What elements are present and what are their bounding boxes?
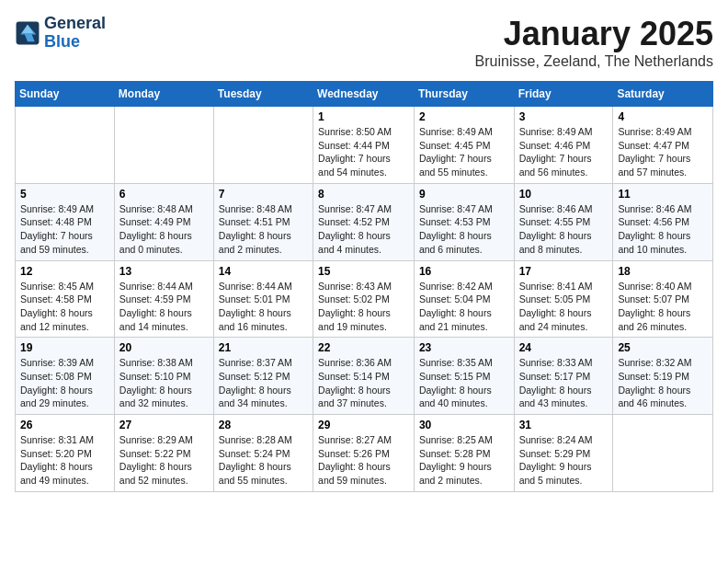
day-info: Sunrise: 8:47 AMSunset: 4:52 PMDaylight:… [318,202,409,257]
day-info: Sunrise: 8:24 AMSunset: 5:29 PMDaylight:… [519,433,609,488]
title-area: January 2025 Bruinisse, Zeeland, The Net… [475,15,713,70]
day-number: 20 [119,341,209,354]
calendar-cell: 11Sunrise: 8:46 AMSunset: 4:56 PMDayligh… [613,183,713,260]
day-info: Sunrise: 8:39 AMSunset: 5:08 PMDaylight:… [20,356,109,410]
day-number: 14 [219,265,308,278]
day-info: Sunrise: 8:42 AMSunset: 5:04 PMDaylight:… [419,280,509,334]
day-number: 8 [318,188,409,201]
calendar-week-1: 1Sunrise: 8:50 AMSunset: 4:44 PMDaylight… [16,107,713,184]
day-info: Sunrise: 8:32 AMSunset: 5:19 PMDaylight:… [618,356,708,410]
day-info: Sunrise: 8:36 AMSunset: 5:14 PMDaylight:… [318,356,409,410]
calendar-cell: 17Sunrise: 8:41 AMSunset: 5:05 PMDayligh… [514,260,613,338]
day-number: 31 [519,419,609,431]
calendar-cell: 18Sunrise: 8:40 AMSunset: 5:07 PMDayligh… [613,260,713,338]
calendar-cell: 8Sunrise: 8:47 AMSunset: 4:52 PMDaylight… [313,183,415,260]
day-number: 11 [618,188,708,201]
logo: General Blue [15,15,106,52]
calendar-cell: 16Sunrise: 8:42 AMSunset: 5:04 PMDayligh… [414,260,514,338]
day-number: 7 [219,188,308,201]
day-number: 21 [219,341,308,354]
calendar-cell: 28Sunrise: 8:28 AMSunset: 5:24 PMDayligh… [213,415,313,492]
day-number: 12 [20,265,109,278]
day-number: 18 [618,265,708,278]
day-info: Sunrise: 8:35 AMSunset: 5:15 PMDaylight:… [419,356,509,410]
calendar-cell: 20Sunrise: 8:38 AMSunset: 5:10 PMDayligh… [114,338,213,415]
header: General Blue January 2025 Bruinisse, Zee… [15,15,713,70]
day-number: 25 [618,341,708,354]
calendar-cell: 19Sunrise: 8:39 AMSunset: 5:08 PMDayligh… [16,338,115,415]
day-number: 27 [119,419,209,431]
calendar-week-5: 26Sunrise: 8:31 AMSunset: 5:20 PMDayligh… [16,415,713,492]
day-number: 29 [318,419,409,431]
day-info: Sunrise: 8:33 AMSunset: 5:17 PMDaylight:… [519,356,609,410]
day-number: 17 [519,265,609,278]
calendar-cell [213,107,313,184]
calendar-cell: 26Sunrise: 8:31 AMSunset: 5:20 PMDayligh… [16,415,115,492]
calendar-cell: 23Sunrise: 8:35 AMSunset: 5:15 PMDayligh… [414,338,514,415]
calendar: SundayMondayTuesdayWednesdayThursdayFrid… [15,81,713,492]
calendar-cell: 14Sunrise: 8:44 AMSunset: 5:01 PMDayligh… [213,260,313,338]
day-info: Sunrise: 8:46 AMSunset: 4:56 PMDaylight:… [618,202,708,257]
weekday-saturday: Saturday [613,82,713,107]
day-info: Sunrise: 8:46 AMSunset: 4:55 PMDaylight:… [519,202,609,257]
calendar-cell [16,107,115,184]
day-info: Sunrise: 8:38 AMSunset: 5:10 PMDaylight:… [119,356,209,410]
day-number: 24 [519,341,609,354]
calendar-cell: 22Sunrise: 8:36 AMSunset: 5:14 PMDayligh… [313,338,415,415]
day-number: 5 [20,188,109,201]
weekday-sunday: Sunday [16,82,115,107]
day-number: 4 [618,110,708,123]
month-title: January 2025 [475,15,713,53]
calendar-cell: 24Sunrise: 8:33 AMSunset: 5:17 PMDayligh… [514,338,613,415]
calendar-cell: 7Sunrise: 8:48 AMSunset: 4:51 PMDaylight… [213,183,313,260]
day-number: 9 [419,188,509,201]
logo-icon [15,20,40,46]
day-number: 30 [419,419,509,431]
calendar-week-4: 19Sunrise: 8:39 AMSunset: 5:08 PMDayligh… [16,338,713,415]
calendar-cell: 13Sunrise: 8:44 AMSunset: 4:59 PMDayligh… [114,260,213,338]
day-info: Sunrise: 8:40 AMSunset: 5:07 PMDaylight:… [618,280,708,334]
calendar-cell: 27Sunrise: 8:29 AMSunset: 5:22 PMDayligh… [114,415,213,492]
day-info: Sunrise: 8:43 AMSunset: 5:02 PMDaylight:… [318,280,409,334]
calendar-cell: 15Sunrise: 8:43 AMSunset: 5:02 PMDayligh… [313,260,415,338]
day-number: 13 [119,265,209,278]
day-number: 22 [318,341,409,354]
calendar-cell: 31Sunrise: 8:24 AMSunset: 5:29 PMDayligh… [514,415,613,492]
day-info: Sunrise: 8:41 AMSunset: 5:05 PMDaylight:… [519,280,609,334]
day-number: 10 [519,188,609,201]
calendar-cell: 3Sunrise: 8:49 AMSunset: 4:46 PMDaylight… [514,107,613,184]
day-info: Sunrise: 8:37 AMSunset: 5:12 PMDaylight:… [219,356,308,410]
day-info: Sunrise: 8:50 AMSunset: 4:44 PMDaylight:… [318,125,409,179]
day-info: Sunrise: 8:44 AMSunset: 5:01 PMDaylight:… [219,280,308,334]
calendar-cell: 21Sunrise: 8:37 AMSunset: 5:12 PMDayligh… [213,338,313,415]
calendar-cell: 2Sunrise: 8:49 AMSunset: 4:45 PMDaylight… [414,107,514,184]
calendar-cell [114,107,213,184]
calendar-cell: 10Sunrise: 8:46 AMSunset: 4:55 PMDayligh… [514,183,613,260]
day-info: Sunrise: 8:47 AMSunset: 4:53 PMDaylight:… [419,202,509,257]
calendar-cell [613,415,713,492]
day-number: 28 [219,419,308,431]
day-info: Sunrise: 8:28 AMSunset: 5:24 PMDaylight:… [219,433,308,488]
day-info: Sunrise: 8:45 AMSunset: 4:58 PMDaylight:… [20,280,109,334]
day-number: 3 [519,110,609,123]
day-info: Sunrise: 8:29 AMSunset: 5:22 PMDaylight:… [119,433,209,488]
day-info: Sunrise: 8:31 AMSunset: 5:20 PMDaylight:… [20,433,109,488]
day-info: Sunrise: 8:49 AMSunset: 4:46 PMDaylight:… [519,125,609,179]
day-number: 15 [318,265,409,278]
day-number: 6 [119,188,209,201]
day-info: Sunrise: 8:48 AMSunset: 4:51 PMDaylight:… [219,202,308,257]
calendar-cell: 9Sunrise: 8:47 AMSunset: 4:53 PMDaylight… [414,183,514,260]
day-number: 2 [419,110,509,123]
weekday-tuesday: Tuesday [213,82,313,107]
weekday-wednesday: Wednesday [313,82,415,107]
calendar-body: 1Sunrise: 8:50 AMSunset: 4:44 PMDaylight… [16,107,713,492]
calendar-cell: 4Sunrise: 8:49 AMSunset: 4:47 PMDaylight… [613,107,713,184]
day-info: Sunrise: 8:27 AMSunset: 5:26 PMDaylight:… [318,433,409,488]
calendar-cell: 5Sunrise: 8:49 AMSunset: 4:48 PMDaylight… [16,183,115,260]
weekday-friday: Friday [514,82,613,107]
calendar-cell: 12Sunrise: 8:45 AMSunset: 4:58 PMDayligh… [16,260,115,338]
calendar-cell: 25Sunrise: 8:32 AMSunset: 5:19 PMDayligh… [613,338,713,415]
day-number: 1 [318,110,409,123]
day-info: Sunrise: 8:44 AMSunset: 4:59 PMDaylight:… [119,280,209,334]
day-info: Sunrise: 8:49 AMSunset: 4:47 PMDaylight:… [618,125,708,179]
